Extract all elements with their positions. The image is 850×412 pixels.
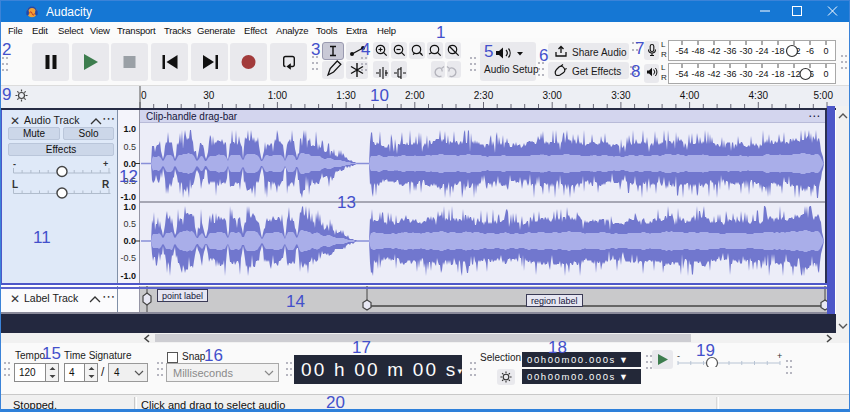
- svg-text:-30: -30: [739, 69, 752, 79]
- svg-text:+: +: [103, 160, 108, 169]
- svg-text:L: L: [12, 179, 18, 190]
- svg-text:-54: -54: [675, 69, 688, 79]
- svg-text:-: -: [677, 353, 680, 361]
- svg-text:-42: -42: [707, 69, 720, 79]
- svg-text:-18: -18: [771, 69, 784, 79]
- svg-text:0: 0: [823, 46, 828, 56]
- svg-text:-: -: [13, 160, 16, 169]
- svg-text:-24: -24: [755, 46, 768, 56]
- svg-text:-18: -18: [771, 46, 784, 56]
- svg-text:-48: -48: [691, 69, 704, 79]
- svg-text:-36: -36: [723, 46, 736, 56]
- svg-text:-12: -12: [787, 69, 800, 79]
- svg-text:-6: -6: [806, 46, 814, 56]
- svg-text:R: R: [102, 179, 110, 190]
- svg-text:-42: -42: [707, 46, 720, 56]
- svg-text:-48: -48: [691, 46, 704, 56]
- svg-text:-30: -30: [739, 46, 752, 56]
- svg-text:+: +: [777, 353, 782, 361]
- svg-text:0: 0: [823, 69, 828, 79]
- svg-text:-36: -36: [723, 69, 736, 79]
- svg-text:-54: -54: [675, 46, 688, 56]
- svg-text:-24: -24: [755, 69, 768, 79]
